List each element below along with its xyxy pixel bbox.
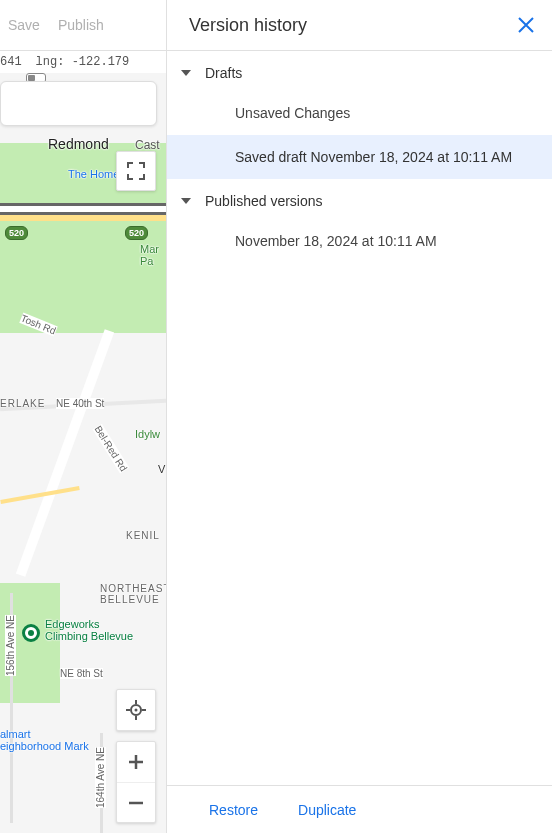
label-cast: Cast (135, 138, 160, 152)
drafts-section-label: Drafts (205, 65, 242, 81)
road-ne40: NE 40th St (56, 398, 104, 409)
road-164: 164th Ave NE (95, 747, 106, 808)
close-button[interactable] (516, 15, 536, 35)
top-toolbar: Save Publish (0, 0, 166, 51)
panel-title: Version history (189, 15, 307, 36)
hwy-shield-520b: 520 (5, 226, 28, 240)
search-box[interactable] (0, 81, 157, 126)
label-marpa: Mar Pa (140, 243, 159, 267)
version-history-panel: Version history Drafts Unsaved Changes S… (167, 0, 552, 833)
road-156: 156th Ave NE (5, 615, 16, 676)
save-button[interactable]: Save (8, 17, 40, 33)
version-item-saved-draft[interactable]: Saved draft November 18, 2024 at 10:11 A… (167, 135, 552, 179)
zoom-out-button[interactable] (117, 782, 155, 822)
plus-icon (128, 754, 144, 770)
fullscreen-icon (127, 162, 145, 180)
my-location-button[interactable] (116, 689, 156, 731)
publish-button[interactable]: Publish (58, 17, 104, 33)
published-section-label: Published versions (205, 193, 323, 209)
zoom-in-button[interactable] (117, 742, 155, 782)
drafts-section-toggle[interactable]: Drafts (167, 51, 552, 91)
chevron-down-icon (181, 198, 191, 204)
neigh-nebell: NORTHEAST BELLEVUE (100, 583, 166, 605)
neigh-kenil: KENIL (126, 530, 160, 541)
lat-fragment: 641 (0, 55, 22, 69)
hwy-shield-520: 520 (125, 226, 148, 240)
city-label-redmond: Redmond (48, 136, 109, 152)
map-canvas[interactable]: 520 520 Redmond Cast The Home Depo Mar P… (0, 73, 166, 833)
restore-button[interactable]: Restore (209, 802, 258, 818)
poi-edgeworks: Edgeworks Climbing Bellevue (45, 618, 133, 642)
published-section-toggle[interactable]: Published versions (167, 179, 552, 219)
road-ne8: NE 8th St (60, 668, 103, 679)
close-icon (516, 15, 536, 35)
version-item-unsaved[interactable]: Unsaved Changes (167, 91, 552, 135)
minus-icon (128, 795, 144, 811)
label-v: V (158, 463, 165, 475)
label-idylw: Idylw (135, 428, 160, 440)
crosshair-icon (126, 700, 146, 720)
duplicate-button[interactable]: Duplicate (298, 802, 356, 818)
version-item-published[interactable]: November 18, 2024 at 10:11 AM (167, 219, 552, 263)
fullscreen-button[interactable] (116, 151, 156, 191)
chevron-down-icon (181, 70, 191, 76)
map-marker-icon (22, 624, 40, 642)
poi-walmart: almart eighborhood Mark (0, 728, 89, 752)
lng-label: lng: -122.179 (36, 55, 130, 69)
svg-point-1 (135, 709, 138, 712)
coordinates-bar: 641 lng: -122.179 (0, 51, 166, 73)
neigh-erlake: ERLAKE (0, 398, 45, 409)
